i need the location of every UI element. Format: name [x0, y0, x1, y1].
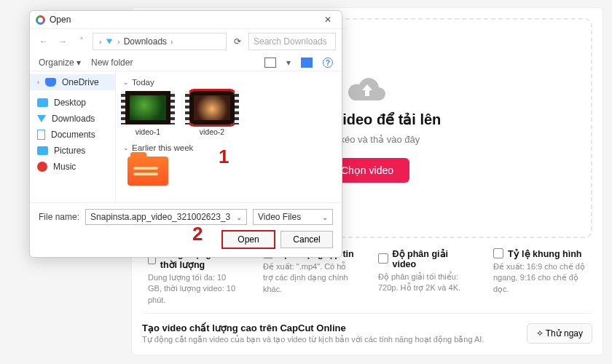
info-title: Tỷ lệ khung hình — [508, 248, 581, 259]
folder-icon — [128, 157, 168, 186]
refresh-button[interactable]: ⟳ — [230, 36, 246, 47]
group-header-today[interactable]: ⌄Today — [123, 78, 334, 87]
sidebar-item-desktop[interactable]: Desktop — [30, 95, 115, 111]
try-now-button[interactable]: ✧ Thử ngay — [527, 323, 592, 344]
downloads-icon — [37, 115, 46, 122]
sidebar-item-onedrive[interactable]: ›OneDrive — [30, 74, 115, 90]
file-open-dialog: Open ✕ ← → ˄ › › Downloads › ⟳ Search Do… — [29, 10, 342, 258]
info-resolution: Độ phân giải video Độ phân giải tối thiể… — [378, 248, 471, 306]
dialog-titlebar: Open ✕ — [30, 11, 342, 29]
file-name: video-1 — [123, 127, 173, 136]
open-button[interactable]: Open — [222, 231, 275, 248]
sidebar-item-label: OneDrive — [62, 77, 99, 87]
file-item[interactable]: video-1 — [123, 91, 173, 136]
chrome-icon — [36, 15, 45, 25]
documents-icon — [37, 130, 45, 140]
file-name: video-2 — [187, 127, 237, 136]
video-thumb-icon — [125, 91, 170, 124]
filetype-filter[interactable]: Video Files⌄ — [253, 209, 333, 225]
chevron-down-icon: ⌄ — [236, 213, 242, 221]
music-icon — [37, 162, 47, 172]
sidebar-item-label: Desktop — [54, 98, 86, 108]
chevron-down-icon: ⌄ — [322, 213, 328, 221]
info-desc: Dung lượng tối đa: 10 GB, thời lượng vid… — [148, 272, 241, 306]
cloud-upload-icon — [345, 73, 389, 105]
cancel-button[interactable]: Cancel — [280, 231, 333, 248]
aspect-icon — [493, 248, 503, 258]
file-item-selected[interactable]: video-2 — [187, 91, 237, 136]
file-item-folder[interactable] — [123, 157, 173, 189]
filename-label: File name: — [39, 212, 79, 222]
forward-button[interactable]: → — [55, 34, 71, 49]
group-label: Earlier this week — [132, 143, 193, 152]
preview-pane-icon[interactable] — [301, 58, 313, 68]
chevron-down-icon: ⌄ — [123, 144, 129, 151]
sidebar-item-music[interactable]: Music — [30, 159, 115, 175]
info-desc: Đề xuất: ".mp4". Có hỗ trợ các định dạng… — [263, 261, 356, 295]
try-label: Thử ngay — [546, 328, 583, 339]
search-placeholder: Search Downloads — [254, 36, 327, 47]
promo-desc: Tự động cắt ngắn video của bạn và tạo vi… — [142, 335, 518, 344]
sidebar-item-label: Music — [53, 162, 76, 172]
view-icon[interactable] — [264, 58, 276, 68]
downloads-nav-icon — [106, 39, 112, 44]
filename-input[interactable]: Snapinsta.app_video_321002623_3⌄ — [85, 209, 247, 225]
chevron-down-icon: ⌄ — [123, 79, 129, 86]
organize-menu[interactable]: Organize ▾ — [39, 58, 81, 68]
info-aspect: Tỷ lệ khung hình Đề xuất: 16:9 cho chế đ… — [493, 248, 586, 306]
filename-value: Snapinsta.app_video_321002623_3 — [90, 212, 230, 222]
breadcrumb[interactable]: › › Downloads › — [93, 33, 227, 50]
filter-value: Video Files — [258, 212, 301, 222]
sidebar-item-downloads[interactable]: Downloads — [30, 111, 115, 127]
promo-row: Tạo video chất lượng cao trên CapCut Onl… — [142, 313, 592, 344]
video-thumb-icon — [189, 91, 235, 124]
dialog-body: ›OneDrive Desktop Downloads Documents Pi… — [30, 71, 342, 202]
pictures-icon — [37, 146, 48, 155]
sparkle-icon: ✧ — [536, 328, 544, 339]
info-title: Độ phân giải video — [393, 248, 471, 269]
sidebar-item-documents[interactable]: Documents — [30, 127, 115, 143]
group-header-earlier[interactable]: ⌄Earlier this week — [123, 143, 334, 152]
dialog-toolbar: Organize ▾ New folder ▾ ? — [30, 54, 342, 71]
up-button[interactable]: ˄ — [74, 34, 90, 49]
sidebar-item-label: Pictures — [54, 146, 85, 156]
sidebar-item-label: Documents — [51, 130, 95, 140]
resolution-icon — [378, 253, 388, 264]
info-desc: Đề xuất: 16:9 cho chế độ ngang, 9:16 cho… — [493, 261, 586, 295]
help-icon[interactable]: ? — [323, 58, 333, 68]
desktop-icon — [37, 98, 48, 107]
sidebar: ›OneDrive Desktop Downloads Documents Pi… — [30, 71, 116, 202]
chevron-right-icon: › — [99, 38, 101, 46]
close-icon[interactable]: ✕ — [320, 15, 336, 25]
search-input[interactable]: Search Downloads — [248, 33, 336, 50]
info-desc: Độ phân giải tối thiểu: 720p. Hỗ trợ 2K … — [378, 272, 471, 294]
dialog-footer: File name: Snapinsta.app_video_321002623… — [30, 202, 342, 257]
onedrive-icon — [45, 78, 56, 87]
new-folder-button[interactable]: New folder — [91, 58, 133, 68]
promo-title: Tạo video chất lượng cao trên CapCut Onl… — [142, 323, 518, 333]
dialog-nav: ← → ˄ › › Downloads › ⟳ Search Downloads — [30, 29, 342, 54]
sidebar-item-pictures[interactable]: Pictures — [30, 143, 115, 159]
back-button[interactable]: ← — [36, 34, 52, 49]
breadcrumb-folder: Downloads — [124, 36, 167, 47]
file-list: ⌄Today video-1 video-2 ⌄Earlier this wee… — [116, 71, 342, 202]
group-label: Today — [132, 78, 154, 87]
sidebar-item-label: Downloads — [52, 114, 95, 124]
dialog-title: Open — [50, 15, 71, 25]
